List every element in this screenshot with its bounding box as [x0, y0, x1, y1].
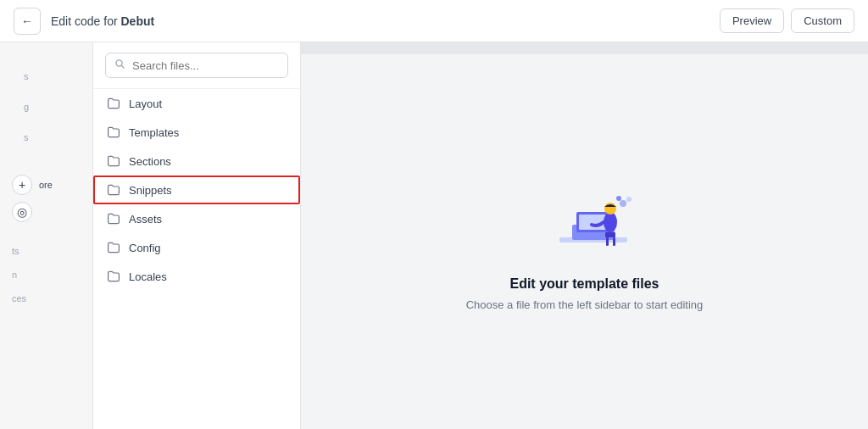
- header-right: Preview Custom: [720, 8, 854, 33]
- tree-item-assets[interactable]: Assets: [93, 204, 300, 233]
- preview-button[interactable]: Preview: [720, 8, 784, 33]
- folder-icon-locales: [107, 270, 120, 283]
- left-edge-item-s2[interactable]: s: [12, 124, 81, 151]
- tree-item-locales[interactable]: Locales: [93, 262, 300, 291]
- header: ← Edit code for Debut Preview Custom: [0, 0, 868, 42]
- empty-state-title: Edit your template files: [509, 276, 659, 292]
- tree-item-snippets[interactable]: Snippets: [93, 176, 300, 204]
- svg-point-10: [616, 196, 621, 201]
- search-icon: [114, 58, 125, 72]
- search-input[interactable]: [132, 59, 279, 72]
- left-edge-item-g[interactable]: g: [12, 93, 81, 120]
- ore-label: ore: [39, 180, 53, 190]
- tree-item-layout[interactable]: Layout: [93, 89, 300, 118]
- back-arrow-icon: ←: [21, 14, 33, 28]
- tree-item-sections[interactable]: Sections: [93, 147, 300, 176]
- illustration: [534, 178, 636, 263]
- left-edge-panel: s g s + ore ◎ ts n ces: [0, 42, 93, 429]
- svg-rect-13: [613, 237, 615, 246]
- empty-state: Edit your template files Choose a file f…: [466, 178, 704, 311]
- main-area: s g s + ore ◎ ts n ces: [0, 42, 868, 429]
- tree-item-templates[interactable]: Templates: [93, 118, 300, 147]
- folder-icon-snippets: [107, 183, 120, 197]
- svg-rect-12: [606, 237, 609, 246]
- eye-circle-button[interactable]: ◎: [12, 202, 32, 222]
- svg-line-1: [121, 65, 124, 68]
- left-edge-item-s[interactable]: s: [12, 63, 81, 90]
- tree-item-config[interactable]: Config: [93, 233, 300, 262]
- back-button[interactable]: ←: [14, 8, 41, 35]
- svg-point-8: [620, 200, 626, 207]
- empty-state-subtitle: Choose a file from the left sidebar to s…: [466, 298, 704, 311]
- label-n: n: [12, 270, 81, 280]
- header-title: Edit code for Debut: [51, 14, 154, 28]
- search-container: [93, 42, 300, 89]
- search-box: [105, 53, 288, 78]
- label-ts: ts: [12, 246, 81, 256]
- folder-icon-templates: [107, 125, 120, 139]
- content-area: Edit your template files Choose a file f…: [301, 42, 868, 429]
- svg-point-9: [626, 197, 632, 202]
- add-circle-button[interactable]: +: [12, 175, 32, 195]
- label-ces: ces: [12, 293, 81, 304]
- left-edge-controls: + ore ◎: [0, 164, 92, 232]
- folder-icon-assets: [107, 212, 120, 226]
- header-left: ← Edit code for Debut: [14, 8, 154, 35]
- svg-point-6: [604, 212, 617, 232]
- folder-icon-layout: [107, 97, 120, 110]
- folder-icon-config: [107, 241, 120, 254]
- folder-icon-sections: [107, 154, 120, 168]
- customize-button[interactable]: Custom: [791, 8, 854, 33]
- svg-rect-11: [605, 232, 615, 237]
- file-tree-sidebar: Layout Templates Sections: [93, 42, 301, 429]
